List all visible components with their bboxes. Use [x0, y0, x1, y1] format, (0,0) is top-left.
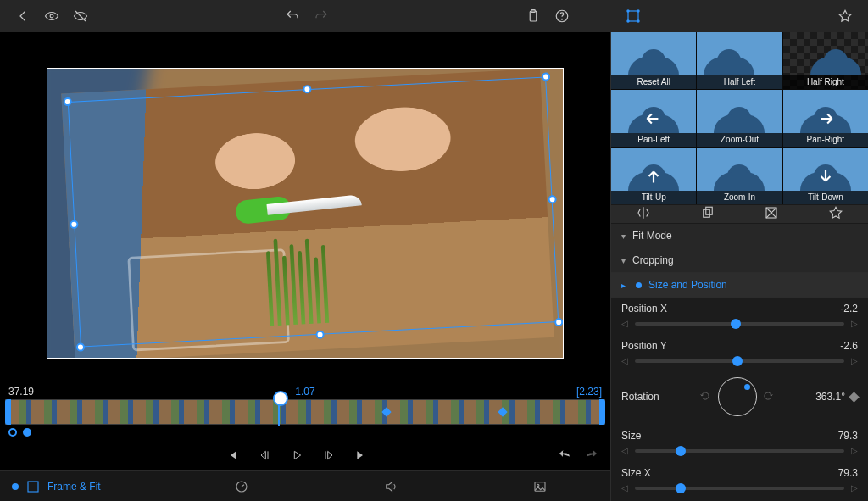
prop-size: Size79.3 ◁▷ — [611, 425, 868, 462]
preview-panel: 37.19 1.07 [2.23] — [0, 32, 610, 501]
expand-icon[interactable] — [750, 205, 793, 223]
svg-point-13 — [537, 484, 539, 486]
nudge-right-icon[interactable]: ▷ — [851, 319, 858, 328]
play-icon[interactable] — [285, 443, 309, 467]
prop-position-y: Position Y-2.6 ◁▷ — [611, 335, 868, 372]
preset-grid: Reset All Half Left Half Right Pan-Left … — [611, 32, 868, 204]
svg-point-0 — [50, 14, 53, 18]
section-size-position[interactable]: ▸Size and Position — [611, 273, 868, 298]
slider-size-x[interactable] — [635, 487, 844, 490]
skip-end-icon[interactable] — [349, 443, 373, 467]
nudge-right-icon[interactable]: ▷ — [851, 483, 858, 493]
nudge-left-icon[interactable]: ◁ — [621, 319, 628, 328]
favorite-icon[interactable] — [815, 205, 857, 223]
crop-handle-tl[interactable] — [64, 97, 73, 107]
redo-icon — [307, 3, 336, 29]
preset-half-right[interactable]: Half Right — [783, 32, 868, 89]
rotation-dial[interactable] — [718, 377, 757, 416]
step-forward-icon[interactable] — [317, 443, 341, 467]
time-readout: 37.19 1.07 [2.23] — [0, 386, 610, 399]
prop-rotation: Rotation 363.1° — [611, 372, 868, 425]
step-back-icon[interactable] — [253, 443, 276, 467]
top-toolbar — [0, 0, 868, 32]
inspector-panel: Reset All Half Left Half Right Pan-Left … — [610, 32, 868, 501]
bottom-tabs: Frame & Fit — [0, 470, 610, 501]
nudge-left-icon[interactable]: ◁ — [621, 356, 628, 365]
marker-icon[interactable] — [23, 428, 31, 437]
skip-start-icon[interactable] — [220, 443, 244, 467]
svg-rect-15 — [705, 207, 712, 214]
time-end: [2.23] — [576, 386, 602, 398]
preset-tilt-down[interactable]: Tilt-Down — [783, 148, 868, 204]
slider-position-y[interactable] — [635, 359, 844, 363]
svg-rect-14 — [703, 209, 709, 217]
tab-speed[interactable] — [234, 479, 249, 494]
preset-zoom-in[interactable]: Zoom-In — [697, 148, 782, 204]
preset-half-left[interactable]: Half Left — [697, 32, 782, 89]
section-cropping[interactable]: ▾Cropping — [611, 248, 868, 273]
crop-handle-tm[interactable] — [303, 85, 312, 94]
timeline-strip[interactable] — [5, 399, 605, 425]
svg-rect-5 — [628, 11, 638, 21]
copy-icon[interactable] — [687, 205, 729, 223]
keyframe-marker[interactable] — [381, 407, 391, 416]
rotate-cw-icon[interactable] — [762, 390, 776, 404]
tab-label: Frame & Fit — [47, 481, 101, 493]
svg-point-6 — [627, 10, 629, 12]
eye-closed-icon[interactable] — [66, 3, 95, 29]
transport-controls — [0, 440, 610, 470]
clipboard-icon[interactable] — [519, 3, 548, 29]
crop-tool-icon[interactable] — [619, 3, 648, 29]
svg-rect-10 — [28, 482, 38, 492]
preset-pan-right[interactable]: Pan-Right — [783, 90, 868, 147]
star-icon[interactable] — [831, 3, 860, 29]
help-icon[interactable] — [548, 3, 576, 29]
flip-icon[interactable] — [622, 205, 665, 223]
nudge-left-icon[interactable]: ◁ — [621, 446, 628, 455]
svg-point-9 — [637, 20, 639, 22]
nudge-left-icon[interactable]: ◁ — [621, 483, 628, 493]
marker-icon[interactable] — [8, 428, 17, 437]
tab-frame-fit[interactable]: Frame & Fit — [12, 479, 101, 494]
tool-row — [611, 204, 868, 224]
prop-size-x: Size X79.3 ◁▷ — [611, 462, 868, 499]
tab-audio[interactable] — [383, 479, 398, 494]
undo-small-icon[interactable] — [553, 443, 576, 467]
nudge-right-icon[interactable]: ▷ — [851, 356, 858, 365]
prop-position-x: Position X-2.2 ◁▷ — [611, 298, 868, 335]
undo-icon[interactable] — [278, 3, 307, 29]
time-current: 1.07 — [295, 386, 314, 398]
svg-point-4 — [562, 19, 563, 19]
playhead[interactable] — [278, 398, 280, 426]
nudge-right-icon[interactable]: ▷ — [851, 446, 858, 455]
rotate-ccw-icon[interactable] — [699, 390, 713, 404]
keyframe-toggle-icon[interactable] — [849, 392, 860, 403]
section-fit-mode[interactable]: ▾Fit Mode — [611, 224, 868, 248]
preset-pan-left[interactable]: Pan-Left — [611, 90, 696, 147]
svg-point-7 — [637, 10, 639, 12]
keyframe-marker[interactable] — [498, 407, 508, 416]
crop-box[interactable] — [68, 76, 559, 347]
preset-zoom-out[interactable]: Zoom-Out — [697, 90, 782, 147]
preview-frame[interactable] — [47, 68, 564, 359]
eye-open-icon[interactable] — [37, 3, 66, 29]
slider-size[interactable] — [635, 449, 844, 453]
preset-tilt-up[interactable]: Tilt-Up — [611, 148, 696, 204]
crop-handle-bm[interactable] — [315, 331, 325, 340]
crop-handle-ml[interactable] — [70, 220, 79, 230]
slider-position-x[interactable] — [635, 322, 844, 326]
back-icon[interactable] — [8, 3, 37, 29]
tab-image[interactable] — [532, 479, 548, 494]
time-start: 37.19 — [8, 386, 34, 398]
redo-small-icon — [580, 443, 604, 467]
svg-point-8 — [627, 20, 629, 22]
